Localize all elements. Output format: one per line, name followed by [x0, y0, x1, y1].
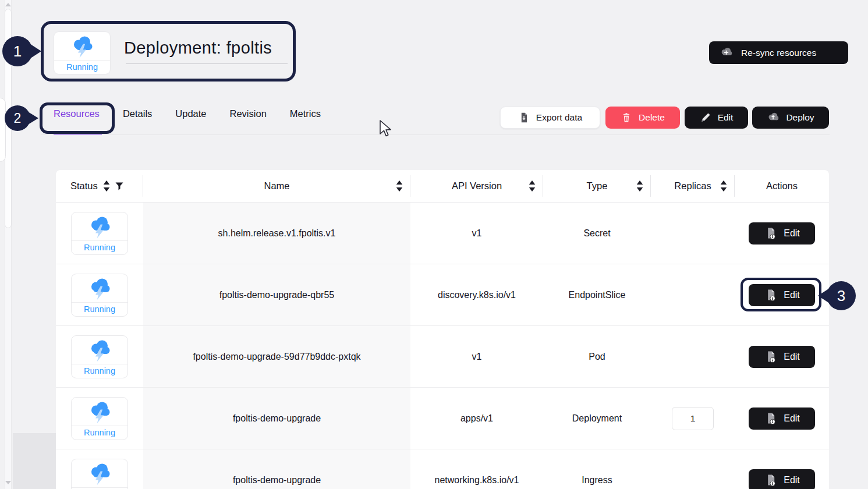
cell-type: Deployment [543, 388, 651, 449]
cell-api-version: discovery.k8s.io/v1 [410, 264, 543, 325]
row-edit-button[interactable]: Edit [749, 346, 815, 368]
row-status-card: Running [71, 397, 128, 440]
document-download-icon [518, 112, 530, 123]
delete-label: Delete [639, 112, 665, 123]
deployment-status-card: Running [54, 31, 111, 75]
replicas-input[interactable] [672, 407, 714, 430]
cell-actions: Edit [735, 449, 829, 489]
cell-name: fpoltis-demo-upgrade [143, 388, 410, 449]
page-title[interactable]: Deployment: fpoltis [124, 38, 272, 58]
file-info-icon [764, 226, 777, 240]
row-edit-button[interactable]: Edit [749, 284, 815, 306]
status-badge: Running [72, 426, 127, 440]
cloud-plus-icon [720, 46, 733, 59]
tabs-divider [41, 134, 830, 135]
file-info-icon [764, 350, 777, 363]
cloud-upload-icon [767, 111, 780, 124]
deploy-button[interactable]: Deploy [752, 107, 829, 129]
cloud-lightning-icon [72, 398, 127, 426]
status-badge: Running [72, 241, 127, 254]
cloud-lightning-icon [72, 212, 127, 241]
title-underline [126, 63, 288, 64]
row-edit-label: Edit [784, 475, 800, 486]
cell-api-version: v1 [410, 326, 543, 387]
tab-details[interactable]: Details [123, 108, 152, 119]
table-row: Running fpoltis-demo-upgrade-qbr55 disco… [56, 264, 829, 325]
window-edge-artifact [13, 433, 56, 489]
cell-actions: Edit [735, 203, 829, 264]
tab-update[interactable]: Update [175, 108, 206, 119]
sort-icon[interactable] [636, 180, 643, 192]
scrollbar-down-arrow-icon[interactable] [5, 481, 11, 484]
column-header-status: Status [56, 170, 143, 202]
scrollbar-up-arrow-icon[interactable] [5, 3, 11, 6]
cell-name: fpoltis-demo-upgrade-59d77b9ddc-pxtqk [143, 326, 410, 387]
cell-replicas [651, 449, 735, 489]
row-status-card: Running [71, 335, 128, 378]
row-edit-button[interactable]: Edit [749, 222, 815, 245]
cell-replicas [651, 203, 735, 264]
sort-icon[interactable] [720, 180, 727, 192]
tab-revision[interactable]: Revision [230, 108, 267, 119]
collapsed-side-panel-tab[interactable] [0, 98, 6, 162]
row-status-card: Running [71, 274, 128, 317]
column-header-api-version: API Version [410, 170, 543, 202]
cell-api-version: networking.k8s.io/v1 [410, 449, 543, 489]
pen-icon [700, 112, 711, 123]
column-header-name-label: Name [264, 180, 289, 192]
table-row: Running fpoltis-demo-upgrade-59d77b9ddc-… [56, 325, 829, 387]
file-info-icon [764, 412, 777, 425]
cell-type: Ingress [543, 449, 651, 489]
resync-resources-label: Re-sync resources [741, 48, 816, 58]
edit-button[interactable]: Edit [685, 107, 748, 129]
app-screen: Running Deployment: fpoltis Re-sync reso… [0, 0, 868, 489]
cloud-lightning-icon [72, 336, 127, 364]
column-header-status-label: Status [70, 180, 98, 192]
export-data-button[interactable]: Export data [500, 107, 600, 129]
resync-resources-button[interactable]: Re-sync resources [709, 41, 848, 64]
cell-name: sh.helm.release.v1.fpoltis.v1 [143, 203, 410, 264]
filter-icon[interactable] [115, 182, 123, 190]
row-edit-button[interactable]: Edit [749, 469, 815, 489]
cloud-lightning-icon [54, 32, 110, 61]
tab-metrics[interactable]: Metrics [290, 108, 321, 119]
table-row: Running fpoltis-demo-upgrade networking.… [56, 449, 829, 489]
annotation-marker-step1: 1 [2, 36, 33, 66]
sort-icon[interactable] [529, 180, 536, 192]
status-badge: Running [72, 303, 127, 316]
row-status-card: Running [71, 459, 128, 489]
cell-type: EndpointSlice [543, 264, 651, 325]
row-edit-label: Edit [784, 228, 800, 239]
sort-icon[interactable] [103, 180, 110, 192]
resources-table: Status Name API Version Type Replicas [56, 170, 829, 489]
cell-api-version: apps/v1 [410, 388, 543, 449]
file-info-icon [764, 288, 777, 302]
cell-type: Secret [543, 203, 651, 264]
cloud-lightning-icon [72, 459, 127, 488]
edit-label: Edit [718, 112, 734, 123]
sort-icon[interactable] [396, 180, 403, 192]
deploy-label: Deploy [786, 112, 814, 123]
cell-name: fpoltis-demo-upgrade-qbr55 [143, 264, 410, 325]
row-edit-button[interactable]: Edit [749, 408, 815, 430]
column-header-replicas: Replicas [651, 170, 735, 202]
delete-button[interactable]: Delete [605, 107, 680, 129]
cell-actions: Edit [735, 388, 829, 449]
row-edit-label: Edit [784, 352, 800, 362]
table-row: Running sh.helm.release.v1.fpoltis.v1 v1… [56, 202, 829, 264]
cell-replicas [651, 264, 735, 325]
column-header-type: Type [543, 170, 651, 202]
cell-actions: Edit [735, 264, 829, 325]
cell-type: Pod [543, 326, 651, 387]
cell-replicas [651, 388, 735, 449]
status-badge: Running [54, 61, 110, 74]
cell-name: fpoltis-demo-upgrade [143, 449, 410, 489]
column-header-actions: Actions [735, 170, 829, 202]
status-badge: Running [72, 364, 127, 378]
table-row: Running fpoltis-demo-upgrade apps/v1 Dep… [56, 387, 829, 449]
row-edit-label: Edit [784, 290, 800, 300]
table-header-row: Status Name API Version Type Replicas [56, 170, 829, 202]
cell-status: Running [56, 203, 143, 264]
tab-resources[interactable]: Resources [54, 108, 100, 119]
cell-replicas [651, 326, 735, 387]
